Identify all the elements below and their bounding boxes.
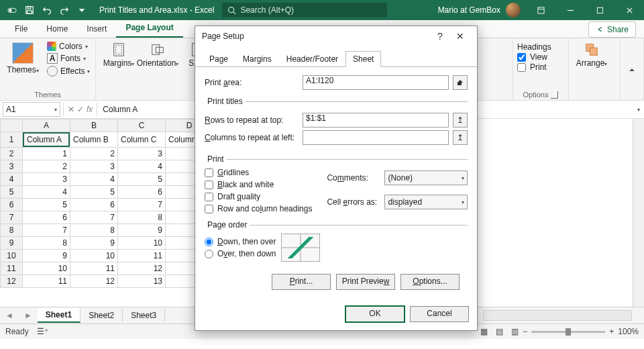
cell[interactable]: 8 [70, 224, 118, 237]
cell[interactable]: 11 [23, 275, 70, 288]
col-header[interactable]: A [23, 119, 70, 132]
save-icon[interactable] [23, 3, 36, 17]
qat-customize-icon[interactable] [75, 3, 89, 17]
draft-quality-checkbox[interactable]: Draft quality [205, 192, 312, 201]
row-col-headings-checkbox[interactable]: Row and column headings [205, 204, 312, 213]
dialog-tab-headerfooter[interactable]: Header/Footer [279, 51, 345, 67]
autosave-toggle[interactable] [5, 3, 19, 17]
row-header[interactable]: 11 [1, 262, 23, 275]
enter-formula-icon[interactable]: ✓ [77, 105, 84, 114]
cell[interactable]: Column A [23, 132, 70, 147]
ribbon-display-options[interactable] [526, 0, 555, 20]
cell[interactable]: 10 [23, 262, 70, 275]
row-header[interactable]: 10 [1, 250, 23, 262]
cell[interactable]: Column B [70, 132, 118, 148]
sheet-nav-next[interactable]: ► [19, 311, 38, 320]
arrange-button[interactable]: Arrange▾ [573, 41, 610, 69]
cell-errors-select[interactable]: displayed▾ [384, 195, 468, 209]
collapse-ribbon-button[interactable] [621, 38, 644, 100]
redo-icon[interactable] [58, 3, 71, 17]
row-header[interactable]: 5 [1, 186, 23, 199]
fx-icon[interactable]: fx [87, 105, 93, 114]
row-header[interactable]: 6 [1, 199, 23, 211]
row-header[interactable]: 1 [1, 132, 23, 148]
cell[interactable]: 10 [118, 237, 166, 250]
row-header[interactable]: 8 [1, 224, 23, 237]
dialog-launcher-icon[interactable] [551, 91, 558, 99]
print-area-range-picker[interactable] [453, 75, 468, 90]
sheet-tab-2[interactable]: Sheet2 [80, 309, 123, 322]
rows-repeat-range-picker[interactable]: ↥ [453, 113, 468, 128]
cell[interactable]: 13 [118, 275, 166, 288]
cell[interactable]: 7 [70, 211, 118, 224]
view-normal-icon[interactable]: ▦ [476, 327, 492, 336]
cell[interactable]: 5 [70, 186, 118, 199]
cell[interactable]: 9 [118, 224, 166, 237]
sheet-tab-3[interactable]: Sheet3 [123, 309, 165, 322]
cell[interactable]: 1 [23, 148, 70, 160]
colors-button[interactable]: Colors▾ [44, 41, 93, 52]
cell[interactable]: 3 [118, 148, 166, 160]
share-button[interactable]: Share [588, 21, 636, 38]
search-box[interactable]: Search (Alt+Q) [222, 3, 387, 17]
col-header[interactable]: C [118, 119, 166, 132]
effects-button[interactable]: Effects▾ [44, 65, 93, 77]
view-page-break-icon[interactable]: ▥ [507, 327, 523, 336]
close-button[interactable] [614, 0, 644, 20]
fonts-button[interactable]: AFonts▾ [44, 52, 93, 64]
cell[interactable]: 2 [23, 160, 70, 173]
gridlines-checkbox[interactable]: Gridlines [205, 168, 312, 177]
rows-repeat-input[interactable]: $1:$1 [303, 113, 449, 128]
view-page-layout-icon[interactable]: ▤ [492, 327, 507, 336]
themes-button[interactable]: Themes▾ [4, 41, 42, 76]
minimize-button[interactable] [555, 0, 585, 20]
orientation-button[interactable]: Orientation▾ [139, 41, 176, 69]
name-box[interactable]: A1▾ [3, 102, 60, 117]
dialog-tab-margins[interactable]: Margins [235, 51, 279, 67]
cols-repeat-input[interactable] [303, 130, 449, 145]
cell[interactable]: 2 [70, 148, 118, 160]
cell[interactable]: 8 [118, 211, 166, 224]
black-white-checkbox[interactable]: Black and white [205, 180, 312, 189]
cell[interactable]: 4 [118, 160, 166, 173]
sheet-nav-prev[interactable]: ◄ [0, 311, 19, 320]
comments-select[interactable]: (None)▾ [384, 170, 468, 185]
over-then-down-radio[interactable]: Over, then down [205, 249, 276, 258]
row-header[interactable]: 7 [1, 211, 23, 224]
cell[interactable]: Column C [118, 132, 166, 148]
cell[interactable]: 11 [118, 250, 166, 262]
expand-formula-bar-icon[interactable]: ▾ [633, 107, 644, 113]
down-then-over-radio[interactable]: Down, then over [205, 237, 276, 246]
vertical-scrollbar[interactable] [633, 119, 644, 307]
dialog-titlebar[interactable]: Page Setup ? ✕ [195, 26, 477, 46]
print-area-input[interactable]: A1:I120 [303, 75, 449, 90]
zoom-out-icon[interactable]: − [523, 327, 527, 336]
ok-button[interactable]: OK [345, 306, 405, 322]
cell[interactable]: 7 [118, 199, 166, 211]
cell[interactable]: 7 [23, 224, 70, 237]
cell[interactable]: 3 [70, 160, 118, 173]
cell[interactable]: 4 [70, 173, 118, 186]
headings-view-checkbox[interactable]: View [517, 52, 551, 62]
dialog-close-button[interactable]: ✕ [450, 31, 470, 42]
row-header[interactable]: 2 [1, 148, 23, 160]
maximize-button[interactable] [585, 0, 614, 20]
undo-icon[interactable] [40, 3, 54, 17]
cell[interactable]: 6 [118, 186, 166, 199]
zoom-in-icon[interactable]: + [609, 327, 614, 336]
print-button[interactable]: Print... [272, 274, 331, 290]
cell[interactable]: 4 [23, 186, 70, 199]
cell[interactable]: 9 [70, 237, 118, 250]
account-button[interactable]: Mario at GemBox [433, 3, 526, 17]
row-header[interactable]: 9 [1, 237, 23, 250]
tab-home[interactable]: Home [37, 21, 77, 38]
cell[interactable]: 8 [23, 237, 70, 250]
cancel-button[interactable]: Cancel [410, 306, 469, 322]
dialog-tab-sheet[interactable]: Sheet [345, 51, 381, 67]
zoom-control[interactable]: − + 100% [523, 327, 639, 336]
print-preview-button[interactable]: Print Preview [336, 274, 395, 290]
margins-button[interactable]: Margins▾ [100, 41, 138, 69]
row-header[interactable]: 3 [1, 160, 23, 173]
cell[interactable]: 9 [23, 250, 70, 262]
cell[interactable]: 12 [118, 262, 166, 275]
